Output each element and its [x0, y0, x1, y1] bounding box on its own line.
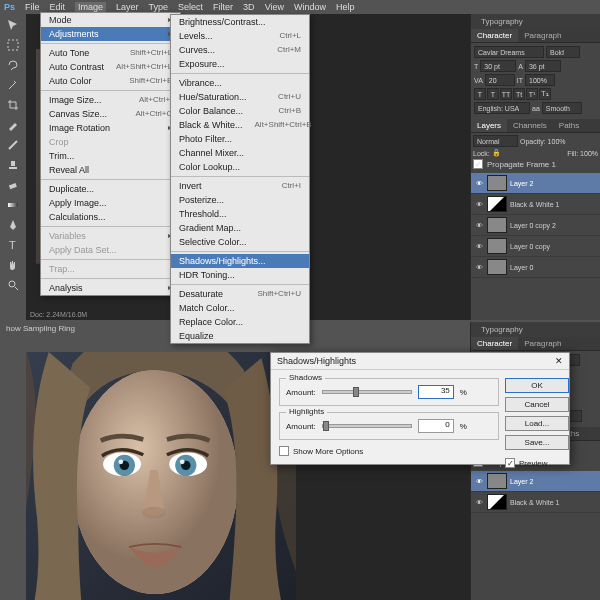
- close-icon[interactable]: ✕: [555, 356, 563, 366]
- menu-image[interactable]: Image: [75, 2, 106, 12]
- menu-item[interactable]: Selective Color...: [171, 235, 309, 249]
- menu-filter[interactable]: Filter: [213, 2, 233, 12]
- load-button[interactable]: Load...: [505, 416, 569, 431]
- marquee-tool[interactable]: [2, 36, 24, 54]
- font-select[interactable]: Caviar Dreams: [474, 46, 544, 58]
- move-tool[interactable]: [2, 16, 24, 34]
- crop-tool[interactable]: [2, 96, 24, 114]
- layer-row[interactable]: 👁Layer 0: [471, 257, 600, 278]
- visibility-icon[interactable]: 👁: [474, 262, 484, 272]
- menu-item[interactable]: Mode: [41, 13, 180, 27]
- panel-preset-tab[interactable]: Typography: [473, 324, 531, 335]
- cancel-button[interactable]: Cancel: [505, 397, 569, 412]
- menu-edit[interactable]: Edit: [50, 2, 66, 12]
- menu-help[interactable]: Help: [336, 2, 355, 12]
- menu-item[interactable]: Variables: [41, 229, 180, 243]
- menu-item[interactable]: Shadows/Highlights...: [171, 254, 309, 268]
- eraser-tool[interactable]: [2, 176, 24, 194]
- menu-item[interactable]: Threshold...: [171, 207, 309, 221]
- menu-item[interactable]: Brightness/Contrast...: [171, 15, 309, 29]
- visibility-icon[interactable]: 👁: [474, 178, 484, 188]
- menu-item[interactable]: Auto ColorShift+Ctrl+B: [41, 74, 180, 88]
- layer-row[interactable]: 👁Layer 2: [471, 173, 600, 194]
- ok-button[interactable]: OK: [505, 378, 569, 393]
- tracking-input[interactable]: 100%: [525, 74, 555, 86]
- paragraph-tab[interactable]: Paragraph: [518, 337, 567, 350]
- menu-item[interactable]: Auto ContrastAlt+Shift+Ctrl+L: [41, 60, 180, 74]
- leading-input[interactable]: 36 pt: [525, 60, 561, 72]
- menu-item[interactable]: Reveal All: [41, 163, 180, 177]
- visibility-icon[interactable]: 👁: [474, 241, 484, 251]
- paths-tab[interactable]: Paths: [553, 119, 585, 132]
- wand-tool[interactable]: [2, 76, 24, 94]
- menu-type[interactable]: Type: [149, 2, 169, 12]
- menu-window[interactable]: Window: [294, 2, 326, 12]
- menu-item[interactable]: Gradient Map...: [171, 221, 309, 235]
- menu-item[interactable]: Crop: [41, 135, 180, 149]
- font-style-select[interactable]: Bold: [546, 46, 580, 58]
- menu-item[interactable]: Trim...: [41, 149, 180, 163]
- menu-item[interactable]: InvertCtrl+I: [171, 179, 309, 193]
- stamp-tool[interactable]: [2, 156, 24, 174]
- layer-row[interactable]: 👁Layer 0 copy: [471, 236, 600, 257]
- hand-tool[interactable]: [2, 256, 24, 274]
- zoom-tool[interactable]: [2, 276, 24, 294]
- menu-item[interactable]: Adjustments: [41, 27, 180, 41]
- menu-item[interactable]: Exposure...: [171, 57, 309, 71]
- menu-item[interactable]: HDR Toning...: [171, 268, 309, 282]
- layer-row[interactable]: 👁Black & White 1: [471, 492, 600, 513]
- menu-select[interactable]: Select: [178, 2, 203, 12]
- menu-item[interactable]: Color Lookup...: [171, 160, 309, 174]
- visibility-icon[interactable]: 👁: [474, 476, 484, 486]
- font-size-input[interactable]: 30 pt: [480, 60, 516, 72]
- channels-tab[interactable]: Channels: [507, 119, 553, 132]
- layer-row[interactable]: 👁Layer 2: [471, 471, 600, 492]
- menu-item[interactable]: Image Size...Alt+Ctrl+I: [41, 93, 180, 107]
- blend-mode-select[interactable]: Normal: [473, 135, 518, 147]
- menu-item[interactable]: Auto ToneShift+Ctrl+L: [41, 46, 180, 60]
- menu-item[interactable]: Vibrance...: [171, 76, 309, 90]
- menu-item[interactable]: Posterize...: [171, 193, 309, 207]
- menu-item[interactable]: Calculations...: [41, 210, 180, 224]
- menu-item[interactable]: Hue/Saturation...Ctrl+U: [171, 90, 309, 104]
- type-tool[interactable]: T: [2, 236, 24, 254]
- visibility-icon[interactable]: 👁: [474, 497, 484, 507]
- brush-tool[interactable]: [2, 136, 24, 154]
- layer-row[interactable]: 👁Black & White 1: [471, 194, 600, 215]
- menu-item[interactable]: Canvas Size...Alt+Ctrl+C: [41, 107, 180, 121]
- menu-item[interactable]: Match Color...: [171, 301, 309, 315]
- menu-file[interactable]: File: [25, 2, 40, 12]
- propagate-check[interactable]: ✓: [473, 159, 483, 169]
- pen-tool[interactable]: [2, 216, 24, 234]
- eyedropper-tool[interactable]: [2, 116, 24, 134]
- menu-item[interactable]: Photo Filter...: [171, 132, 309, 146]
- lang-select[interactable]: English: USA: [474, 102, 530, 114]
- highlights-amount-slider[interactable]: [322, 424, 412, 428]
- menu-layer[interactable]: Layer: [116, 2, 139, 12]
- paragraph-tab[interactable]: Paragraph: [518, 29, 567, 42]
- panel-preset-tab[interactable]: Typography: [473, 16, 531, 27]
- highlights-amount-input[interactable]: 0: [418, 419, 454, 433]
- aa-select[interactable]: Smooth: [542, 102, 582, 114]
- menu-item[interactable]: Equalize: [171, 329, 309, 343]
- shadows-amount-slider[interactable]: [322, 390, 412, 394]
- menu-item[interactable]: Trap...: [41, 262, 180, 276]
- preview-check[interactable]: ✓: [505, 458, 515, 468]
- menu-item[interactable]: Levels...Ctrl+L: [171, 29, 309, 43]
- character-tab[interactable]: Character: [471, 29, 518, 42]
- menu-item[interactable]: Color Balance...Ctrl+B: [171, 104, 309, 118]
- gradient-tool[interactable]: [2, 196, 24, 214]
- menu-item[interactable]: Apply Data Set...: [41, 243, 180, 257]
- shadows-amount-input[interactable]: 35: [418, 385, 454, 399]
- character-tab[interactable]: Character: [471, 337, 518, 350]
- menu-item[interactable]: Curves...Ctrl+M: [171, 43, 309, 57]
- show-more-check[interactable]: [279, 446, 289, 456]
- layers-tab[interactable]: Layers: [471, 119, 507, 132]
- visibility-icon[interactable]: 👁: [474, 220, 484, 230]
- menu-item[interactable]: Analysis: [41, 281, 180, 295]
- lasso-tool[interactable]: [2, 56, 24, 74]
- lock-icon[interactable]: 🔒: [492, 149, 501, 157]
- menu-3d[interactable]: 3D: [243, 2, 255, 12]
- menu-item[interactable]: Replace Color...: [171, 315, 309, 329]
- menu-item[interactable]: Image Rotation: [41, 121, 180, 135]
